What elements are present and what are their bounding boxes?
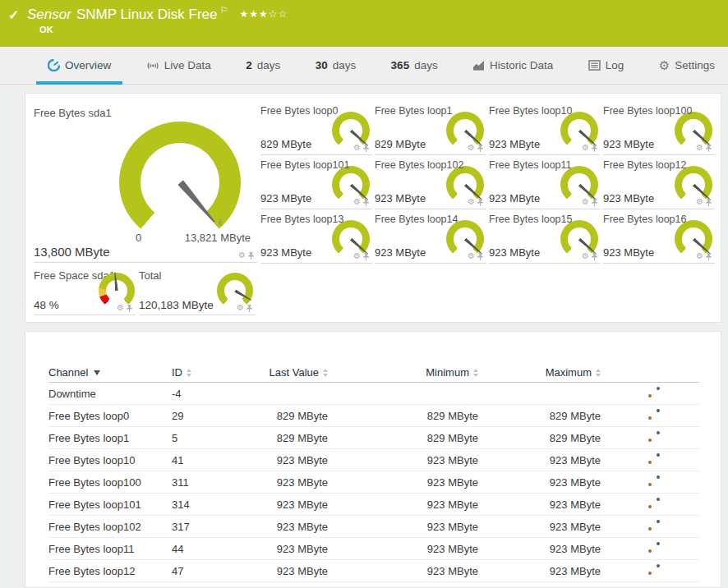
tab-label: Log xyxy=(606,59,624,71)
gear-icon[interactable]: ⚙ xyxy=(582,198,589,206)
channel-settings-icon[interactable] xyxy=(648,431,660,442)
gear-icon[interactable]: ⚙ xyxy=(468,144,475,152)
pin-icon[interactable] xyxy=(247,305,252,312)
channel-settings-icon[interactable] xyxy=(648,387,660,397)
value-cell: 44 xyxy=(172,543,244,555)
gear-icon[interactable]: ⚙ xyxy=(468,198,475,206)
pin-icon[interactable] xyxy=(127,305,132,312)
tab-settings[interactable]: ⚙Settings xyxy=(647,47,726,84)
column-header-channel[interactable]: Channel xyxy=(48,366,172,379)
status-badge: OK xyxy=(39,25,53,34)
tab-log[interactable]: Log xyxy=(577,47,636,84)
status-check-icon: ✓ xyxy=(8,7,19,23)
tab-30-days[interactable]: 30days xyxy=(304,47,368,84)
gauge-title: Free Bytes loop10 xyxy=(489,105,572,117)
tile-corner-icons: ⚙ xyxy=(353,198,369,206)
value-cell: 29 xyxy=(172,410,244,422)
channel-settings-icon[interactable] xyxy=(648,475,660,486)
value-cell: 829 MByte xyxy=(328,410,478,422)
channel-name-cell: Free Bytes loop0 xyxy=(48,410,172,422)
table-row: Free Bytes loop100311923 MByte923 MByte9… xyxy=(48,471,699,494)
channel-name-cell: Free Bytes loop101 xyxy=(48,498,172,511)
pin-icon[interactable] xyxy=(706,199,712,206)
flag-icon[interactable]: ⚐ xyxy=(220,5,228,15)
pin-icon[interactable] xyxy=(477,253,483,260)
pin-icon[interactable] xyxy=(706,253,712,260)
channel-name-cell: Free Bytes loop1 xyxy=(48,432,172,444)
gear-icon[interactable]: ⚙ xyxy=(582,252,589,260)
column-header-minimum[interactable]: Minimum xyxy=(328,366,478,379)
channel-name-cell: Free Bytes loop12 xyxy=(48,565,172,577)
gear-icon[interactable]: ⚙ xyxy=(353,198,361,206)
value-cell: 5 xyxy=(172,432,244,444)
object-kind-label: Sensor xyxy=(27,7,71,22)
pin-icon[interactable] xyxy=(363,199,369,206)
channels-panel: ChannelIDLast ValueMinimumMaximumDowntim… xyxy=(25,331,721,588)
gear-icon[interactable]: ⚙ xyxy=(696,252,703,260)
priority-stars[interactable]: ★★★☆☆ xyxy=(239,8,288,20)
tile-corner-icons: ⚙ xyxy=(696,144,712,152)
channel-settings-icon[interactable] xyxy=(648,409,660,420)
value-cell: 923 MByte xyxy=(244,521,328,533)
table-row: Free Bytes loop102317923 MByte923 MByte9… xyxy=(48,516,699,538)
gear-icon[interactable]: ⚙ xyxy=(582,144,589,152)
channel-name-cell: Free Bytes loop102 xyxy=(48,521,172,533)
value-cell: 923 MByte xyxy=(244,476,328,489)
pin-icon[interactable] xyxy=(592,145,597,152)
value-cell: 311 xyxy=(172,476,244,489)
tab-365-days[interactable]: 365days xyxy=(380,47,449,84)
gear-icon[interactable]: ⚙ xyxy=(696,198,703,206)
value-cell: 923 MByte xyxy=(328,565,478,577)
gauge-value: 923 MByte xyxy=(603,192,654,204)
tab-label: days xyxy=(257,59,281,71)
value-cell: 923 MByte xyxy=(328,543,478,555)
log-icon xyxy=(588,60,601,71)
table-row: Free Bytes loop029829 MByte829 MByte829 … xyxy=(48,405,699,427)
channel-table: ChannelIDLast ValueMinimumMaximumDowntim… xyxy=(48,363,699,582)
value-cell: 923 MByte xyxy=(244,498,328,511)
column-header-last-value[interactable]: Last Value xyxy=(244,366,328,379)
table-row: Free Bytes loop101314923 MByte923 MByte9… xyxy=(48,494,699,516)
tab-historic-data[interactable]: Historic Data xyxy=(461,47,564,84)
column-label: Maximum xyxy=(546,366,592,379)
gear-icon[interactable]: ⚙ xyxy=(468,252,475,260)
gear-icon[interactable]: ⚙ xyxy=(117,304,124,312)
gear-icon[interactable]: ⚙ xyxy=(696,144,703,152)
gauge-title: Free Bytes loop0 xyxy=(260,105,339,117)
channel-settings-icon[interactable] xyxy=(648,520,660,531)
tile-corner-icons: ⚙ xyxy=(582,252,597,260)
value-cell: 923 MByte xyxy=(478,521,601,533)
channel-name-cell: Downtime xyxy=(48,388,172,400)
tab-number: 2 xyxy=(246,59,252,71)
tab-2-days[interactable]: 2days xyxy=(234,47,292,84)
gauge-title: Free Bytes loop16 xyxy=(603,214,686,225)
pin-icon[interactable] xyxy=(592,199,597,206)
pin-icon[interactable] xyxy=(477,199,483,206)
channel-settings-icon[interactable] xyxy=(648,453,660,464)
tile-corner-icons: ⚙ xyxy=(238,251,254,260)
tab-live-data[interactable]: Live Data xyxy=(135,47,223,84)
gauge-icon xyxy=(48,59,60,71)
table-row: Free Bytes loop1041923 MByte923 MByte923… xyxy=(48,449,699,471)
pin-icon[interactable] xyxy=(592,253,597,260)
pin-icon[interactable] xyxy=(248,252,254,260)
pin-icon[interactable] xyxy=(363,253,369,260)
column-header-id[interactable]: ID xyxy=(172,366,244,379)
channel-settings-icon[interactable] xyxy=(648,542,660,553)
gear-icon[interactable]: ⚙ xyxy=(353,252,361,260)
channel-settings-icon[interactable] xyxy=(648,498,660,508)
tab-overview[interactable]: Overview xyxy=(36,47,122,84)
tab-label: days xyxy=(333,59,357,71)
channel-name-cell: Free Bytes loop10 xyxy=(48,454,172,466)
pin-icon[interactable] xyxy=(706,145,712,152)
gauges-panel: Free Bytes sda1 x̄ 0 13,821 MByte 13,800… xyxy=(25,93,721,323)
gear-icon[interactable]: ⚙ xyxy=(238,251,246,260)
column-header-maximum[interactable]: Maximum xyxy=(478,366,601,379)
value-cell: 317 xyxy=(172,521,244,533)
gear-icon[interactable]: ⚙ xyxy=(353,144,361,152)
pin-icon[interactable] xyxy=(477,145,483,152)
gear-icon[interactable]: ⚙ xyxy=(237,304,244,312)
channel-settings-icon[interactable] xyxy=(648,564,660,575)
table-row: Free Bytes loop15829 MByte829 MByte829 M… xyxy=(48,427,699,449)
pin-icon[interactable] xyxy=(363,145,369,152)
